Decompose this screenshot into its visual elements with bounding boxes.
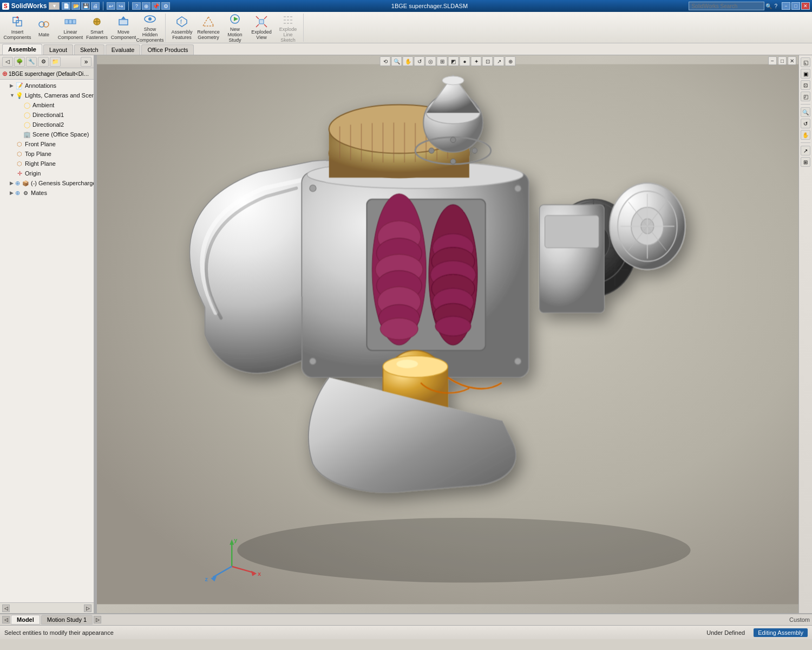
lights-label: Lights, Cameras and Scene xyxy=(25,92,94,99)
vp-hide[interactable]: ⊡ xyxy=(482,56,493,66)
new-btn[interactable]: 📄 xyxy=(62,2,70,10)
options-btn[interactable]: ⚙ xyxy=(161,2,170,10)
tree-item-directional1[interactable]: ◯ Directional1 xyxy=(1,110,93,120)
svg-marker-13 xyxy=(121,16,126,19)
tree-item-front-plane[interactable]: ⬡ Front Plane xyxy=(1,139,93,149)
tab-office-products[interactable]: Office Products xyxy=(141,44,194,55)
magnify-btn[interactable]: ⊕ xyxy=(142,2,150,10)
vp-lights[interactable]: ● xyxy=(460,56,470,66)
show-hidden-btn[interactable]: ShowHiddenComponents xyxy=(137,15,163,41)
help-btn[interactable]: ? xyxy=(132,2,141,10)
assembly-features-btn[interactable]: f AssemblyFeatures xyxy=(169,15,195,41)
origin-icon: ✛ xyxy=(15,169,24,178)
top-plane-icon: ⬡ xyxy=(15,150,24,158)
search-icon[interactable]: 🔍 xyxy=(765,3,772,9)
right-view4-btn[interactable]: ◰ xyxy=(801,92,810,101)
tab-evaluate[interactable]: Evaluate xyxy=(106,44,141,55)
minimize-btn[interactable]: − xyxy=(782,2,790,10)
move-component-btn[interactable]: MoveComponent xyxy=(110,15,136,41)
tree-item-annotations[interactable]: ▶ 📝 Annotations xyxy=(1,81,93,90)
right-plane-label: Right Plane xyxy=(25,160,56,167)
scroll-right-btn[interactable]: ▷ xyxy=(84,604,91,612)
vp-close-btn[interactable]: ✕ xyxy=(788,56,796,65)
right-select-btn[interactable]: ↗ xyxy=(801,146,810,155)
undo-btn[interactable]: ↩ xyxy=(107,2,115,10)
right-zoom-btn[interactable]: 🔍 xyxy=(801,107,810,117)
custom-label[interactable]: Custom xyxy=(789,616,810,623)
tab-assemble[interactable]: Assemble xyxy=(2,44,42,55)
directional1-icon: ◯ xyxy=(23,110,31,119)
pin-btn[interactable]: 📌 xyxy=(152,2,160,10)
vp-zoom-fit[interactable]: ⟲ xyxy=(380,56,391,66)
svg-line-24 xyxy=(256,24,259,27)
restore-btn[interactable]: □ xyxy=(791,2,800,10)
vp-section[interactable]: ◩ xyxy=(448,56,459,66)
vp-restore-btn[interactable]: □ xyxy=(778,56,787,65)
explode-line-sketch-btn[interactable]: ExplodeLineSketch xyxy=(275,15,301,41)
open-btn[interactable]: 📂 xyxy=(71,2,80,10)
annotations-label: Annotations xyxy=(25,82,56,89)
new-motion-study-btn[interactable]: NewMotionStudy xyxy=(222,15,248,41)
panel-config-icon[interactable]: ⚙ xyxy=(38,57,49,67)
tree-item-directional2[interactable]: ◯ Directional2 xyxy=(1,120,93,129)
right-pan-btn[interactable]: ✋ xyxy=(801,130,810,140)
mate-label: Mate xyxy=(38,32,49,37)
genesis-icon: 📦 xyxy=(21,179,30,187)
exploded-view-btn[interactable]: ExplodedView xyxy=(248,15,274,41)
vp-selection[interactable]: ↗ xyxy=(494,56,505,66)
search-input[interactable] xyxy=(689,2,764,10)
panel-arrow-icon[interactable]: ◁ xyxy=(2,57,13,67)
tree-item-scene[interactable]: 🏢 Scene (Office Space) xyxy=(1,129,93,139)
insert-components-btn[interactable]: InsertComponents xyxy=(4,15,30,41)
tree-item-top-plane[interactable]: ⬡ Top Plane xyxy=(1,149,93,159)
scroll-left-btn[interactable]: ◁ xyxy=(2,604,10,612)
mate-btn[interactable]: Mate xyxy=(31,15,57,41)
tree-item-right-plane[interactable]: ⬡ Right Plane xyxy=(1,159,93,168)
svg-point-41 xyxy=(380,318,418,340)
linear-component-btn[interactable]: LinearComponent xyxy=(57,15,83,41)
main-content: ◁ 🌳 🔧 ⚙ 📁 » ⊕ 1BGE superchager (Default<… xyxy=(0,55,812,613)
tab-layout[interactable]: Layout xyxy=(43,44,73,55)
print-btn[interactable]: 🖨 xyxy=(91,2,100,10)
close-btn[interactable]: ✕ xyxy=(801,2,810,10)
show-hidden-label: ShowHiddenComponents xyxy=(136,27,163,43)
search-help[interactable]: ? xyxy=(774,3,777,9)
bottom-tab-model[interactable]: Model xyxy=(11,615,40,625)
vp-appearances[interactable]: ✦ xyxy=(471,56,482,66)
tree-item-origin[interactable]: ✛ Origin xyxy=(1,168,93,178)
genesis-plus-icon: ⊕ xyxy=(15,180,20,187)
tree-item-ambient[interactable]: ◯ Ambient xyxy=(1,100,93,110)
smart-fasteners-btn[interactable]: SmartFasteners xyxy=(84,15,110,41)
panel-expand-btn[interactable]: » xyxy=(81,57,91,67)
bottom-scroll-left[interactable]: ◁ xyxy=(2,616,10,623)
save-btn[interactable]: 💾 xyxy=(81,2,90,10)
panel-tree-icon[interactable]: 🌳 xyxy=(14,57,25,67)
redo-btn[interactable]: ↪ xyxy=(116,2,125,10)
reference-geometry-btn[interactable]: ReferenceGeometry xyxy=(195,15,221,41)
status-right: Under Defined Editing Assembly xyxy=(706,628,808,637)
vp-pan[interactable]: ✋ xyxy=(403,56,414,66)
viewport[interactable]: ⟲ 🔍 ✋ ↺ ◎ ⊞ ◩ ● ✦ ⊡ ↗ ⊕ xyxy=(97,55,798,613)
bottom-scroll-right[interactable]: ▷ xyxy=(94,616,101,623)
menu-expand[interactable]: ▼ xyxy=(49,2,60,10)
panel-props-icon[interactable]: 🔧 xyxy=(26,57,37,67)
right-view3-btn[interactable]: ⊡ xyxy=(801,80,810,90)
right-rotate-btn[interactable]: ↺ xyxy=(801,119,810,128)
tree-item-lights[interactable]: ▼ 💡 Lights, Cameras and Scene xyxy=(1,90,93,100)
vp-display-style[interactable]: ⊞ xyxy=(437,56,448,66)
vp-view-orient[interactable]: ◎ xyxy=(425,56,436,66)
vp-add[interactable]: ⊕ xyxy=(505,56,516,66)
right-plane-icon: ⬡ xyxy=(15,159,24,168)
vp-rotate[interactable]: ↺ xyxy=(414,56,425,66)
right-view2-btn[interactable]: ▣ xyxy=(801,69,810,79)
vp-minimize-btn[interactable]: − xyxy=(768,56,777,65)
bottom-tab-motion-study[interactable]: Motion Study 1 xyxy=(41,615,93,625)
tree-item-mates[interactable]: ▶ ⊕ ⚙ Mates xyxy=(1,188,93,198)
panel-folder-icon[interactable]: 📁 xyxy=(50,57,61,67)
tree-item-genesis[interactable]: ▶ ⊕ 📦 (-) Genesis Supercharger Final xyxy=(1,178,93,188)
tab-sketch[interactable]: Sketch xyxy=(74,44,104,55)
svg-rect-8 xyxy=(73,20,76,24)
vp-zoom[interactable]: 🔍 xyxy=(391,56,402,66)
right-filter-btn[interactable]: ⊞ xyxy=(801,157,810,167)
right-view1-btn[interactable]: ◱ xyxy=(801,57,810,67)
